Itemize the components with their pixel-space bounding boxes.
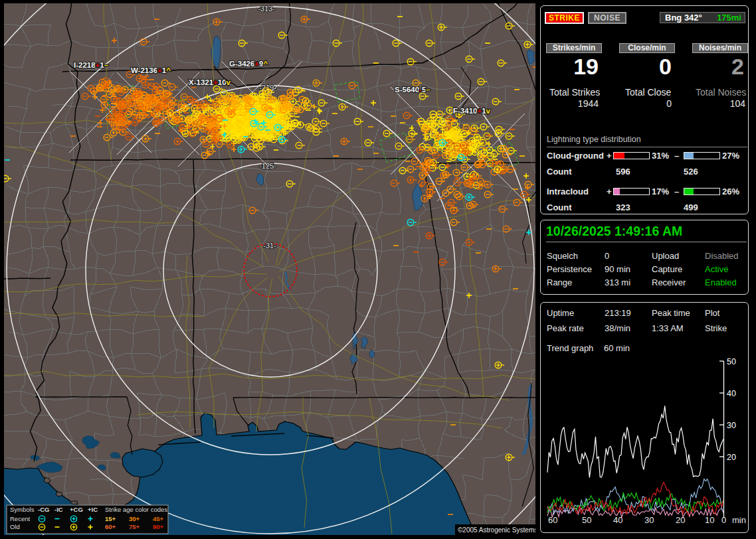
svg-text:75+: 75+ [129,523,140,530]
svg-text:50: 50 [727,357,736,366]
svg-text:Old: Old [10,523,20,530]
svg-text:45+: 45+ [153,515,164,522]
svg-text:W-2136+1^: W-2136+1^ [131,66,171,74]
svg-text:-31-: -31- [263,242,276,250]
svg-text:-CG: -CG [38,506,49,513]
svg-text:F-3410+1v: F-3410+1v [453,107,491,115]
svg-text:40: 40 [727,389,736,398]
svg-text:©2005 Astrogenic Systems: ©2005 Astrogenic Systems [458,526,535,534]
svg-text:Recent: Recent [10,515,30,522]
svg-text:-313-: -313- [258,5,275,13]
svg-text:S-5640-5–: S-5640-5– [395,86,430,94]
svg-text:60+: 60+ [105,523,116,530]
svg-text:30+: 30+ [129,515,140,522]
svg-text:Strike age color codes: Strike age color codes [105,506,167,513]
svg-text:X-1321+10v: X-1321+10v [189,78,231,86]
svg-text:15+: 15+ [105,515,116,522]
svg-text:Symbols: Symbols [10,506,35,513]
svg-text:-IC: -IC [54,506,63,513]
svg-text:20: 20 [727,453,736,462]
svg-text:G-3426+9^: G-3426+9^ [229,60,268,68]
svg-text:I-2218+1–: I-2218+1– [74,61,109,69]
svg-text:+IC: +IC [88,506,98,513]
svg-text:90+: 90+ [153,523,164,530]
svg-text:30: 30 [727,421,736,430]
svg-text:+CG: +CG [70,506,83,513]
